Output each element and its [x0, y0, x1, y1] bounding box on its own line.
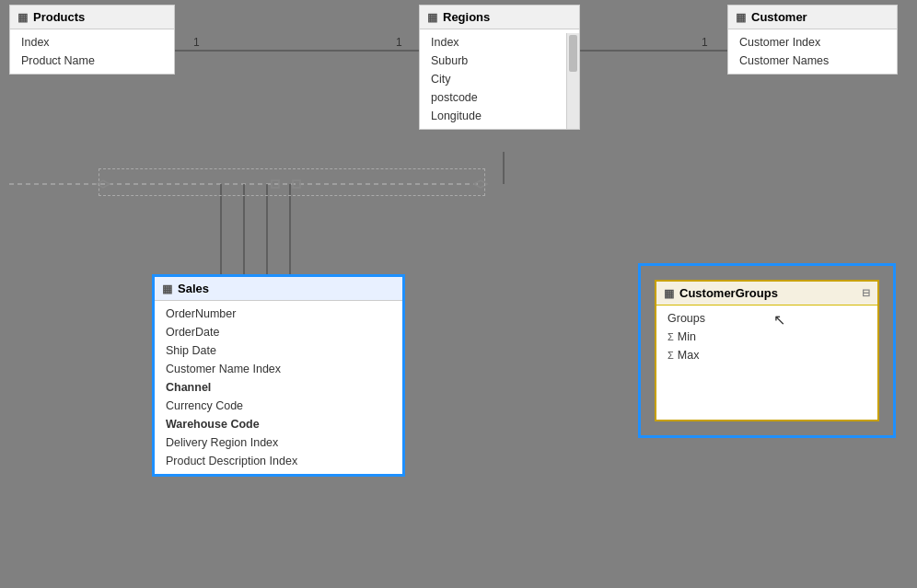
regions-table-header: ▦ Regions — [420, 6, 579, 29]
regions-scroll-thumb[interactable] — [569, 35, 577, 72]
table-icon: ▦ — [427, 11, 437, 24]
table-row: Index — [420, 33, 564, 52]
customergroups-table: ▦ CustomerGroups ⊟ Groups ΣMin ΣMax — [655, 280, 879, 421]
sales-title: Sales — [178, 282, 209, 295]
customer-table-header: ▦ Customer — [728, 6, 897, 29]
regions-table-body: Index Suburb City postcode Longitude — [420, 29, 579, 129]
table-row: postcode — [420, 88, 564, 107]
table-row: Product Description Index — [155, 452, 402, 470]
table-row: Customer Index — [728, 33, 897, 52]
selection-rectangle — [99, 168, 485, 196]
svg-text:1: 1 — [193, 36, 200, 49]
table-row: Currency Code — [155, 397, 402, 415]
products-table-body: Index Product Name — [10, 29, 174, 74]
table-row: Customer Names — [728, 52, 897, 70]
table-row: Groups — [656, 309, 877, 328]
table-row: Warehouse Code — [155, 415, 402, 433]
svg-rect-8 — [293, 180, 300, 188]
table-row: Suburb — [420, 52, 564, 70]
table-row: ΣMax — [656, 346, 877, 364]
regions-scrollbar[interactable] — [566, 33, 579, 129]
table-row: Product Name — [10, 52, 174, 70]
table-row: Index — [10, 33, 174, 52]
table-row: OrderDate — [155, 323, 402, 341]
table-row: Channel — [155, 378, 402, 397]
table-row: OrderNumber — [155, 305, 402, 323]
customer-table-body: Customer Index Customer Names — [728, 29, 897, 74]
customergroups-outer: ▦ CustomerGroups ⊟ Groups ΣMin ΣMax — [638, 263, 896, 438]
table-row: Longitude — [420, 107, 564, 125]
products-table: ▦ Products Index Product Name — [9, 5, 175, 75]
customer-title: Customer — [751, 10, 807, 24]
table-icon: ▦ — [162, 282, 172, 295]
sales-table-body: OrderNumber OrderDate Ship Date Customer… — [155, 301, 402, 474]
table-icon: ▦ — [17, 11, 28, 24]
sales-table-header: ▦ Sales — [155, 277, 402, 301]
products-table-header: ▦ Products — [10, 6, 174, 29]
table-row: City — [420, 70, 564, 88]
collapse-icon[interactable]: ⊟ — [862, 287, 870, 299]
customer-table: ▦ Customer Customer Index Customer Names — [727, 5, 898, 75]
svg-rect-7 — [272, 180, 279, 188]
products-title: Products — [33, 10, 85, 24]
sales-table: ▦ Sales OrderNumber OrderDate Ship Date … — [152, 274, 405, 477]
svg-text:1: 1 — [396, 36, 402, 49]
customergroups-table-header: ▦ CustomerGroups ⊟ — [656, 282, 877, 306]
customergroups-title: CustomerGroups — [679, 286, 778, 300]
svg-marker-6 — [97, 180, 110, 188]
table-row: Delivery Region Index — [155, 433, 402, 452]
table-row: Customer Name Index — [155, 360, 402, 378]
svg-text:1: 1 — [702, 36, 708, 49]
table-row: ΣMin — [656, 328, 877, 346]
regions-table: ▦ Regions Index Suburb City postcode Lon… — [419, 5, 580, 130]
table-row: Ship Date — [155, 341, 402, 360]
regions-title: Regions — [443, 10, 490, 24]
customergroups-table-body: Groups ΣMin ΣMax — [656, 306, 877, 368]
svg-marker-9 — [474, 180, 487, 188]
table-icon: ▦ — [736, 11, 746, 24]
table-icon: ▦ — [664, 287, 674, 300]
